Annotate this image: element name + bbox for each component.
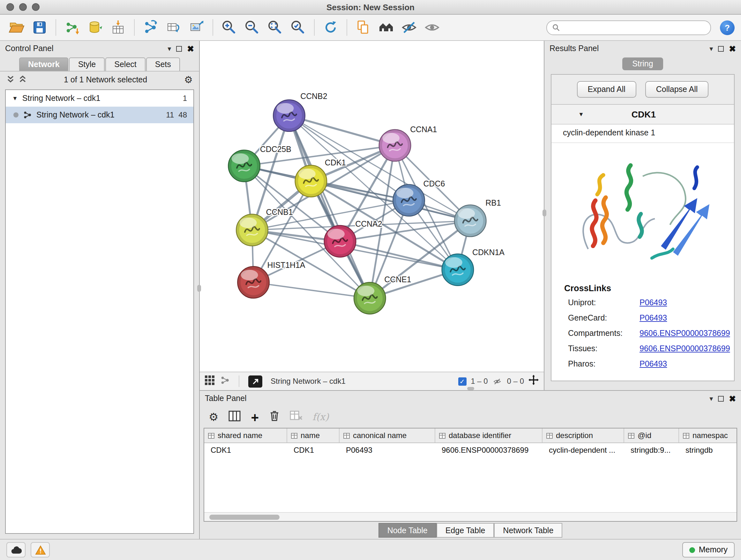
zoom-in-button[interactable] — [219, 17, 239, 38]
crosslink-row: Tissues: 9606.ENSP00000378699 — [568, 344, 734, 353]
add-column-button[interactable]: + — [251, 410, 259, 424]
network-canvas[interactable]: CCNB2CCNA1CDC25BCDK1CDC6RB1CCNB1CCNA2CDK… — [200, 41, 544, 372]
tab-node-table[interactable]: Node Table — [379, 523, 436, 538]
memory-button[interactable]: Memory — [682, 542, 735, 557]
import-network-from-database-button[interactable] — [85, 17, 105, 38]
zoom-out-button[interactable] — [242, 17, 262, 38]
fit-content-button[interactable] — [529, 375, 539, 388]
gear-icon: ⚙ — [184, 74, 193, 85]
tab-select[interactable]: Select — [105, 57, 145, 71]
network-node-rb1[interactable] — [455, 205, 486, 237]
column-header-database-identifier[interactable]: database identifier — [435, 428, 542, 442]
home-button[interactable] — [376, 17, 396, 38]
network-node-ccnb1[interactable] — [236, 214, 268, 246]
column-header-shared-name[interactable]: shared name — [204, 428, 287, 442]
splitter-handle[interactable] — [467, 387, 474, 390]
network-edges[interactable] — [244, 116, 470, 298]
search-input[interactable] — [563, 22, 705, 33]
export-table-button[interactable] — [163, 17, 184, 38]
cloud-status-button[interactable] — [6, 542, 25, 557]
gene-section-header[interactable]: ▼ CDK1 — [551, 105, 734, 125]
crosslink-link-pharos[interactable]: P06493 — [639, 360, 670, 368]
memory-label: Memory — [699, 545, 728, 554]
birdseye-toggle-button[interactable] — [248, 375, 262, 387]
search-field[interactable] — [546, 20, 711, 35]
network-node-cdkn1a[interactable] — [442, 254, 474, 286]
expand-collapse-row: Expand All Collapse All — [551, 75, 734, 105]
crosslink-link-uniprot[interactable]: P06493 — [639, 298, 670, 307]
column-header-description[interactable]: description — [542, 428, 624, 442]
column-header-canonical-name[interactable]: canonical name — [340, 428, 435, 442]
selected-count: 1 – 0 — [471, 377, 488, 386]
show-all-button[interactable] — [422, 17, 442, 38]
table-options-button[interactable]: ⚙ — [209, 410, 219, 424]
close-panel-button[interactable]: ✖ — [729, 44, 736, 53]
export-network-button[interactable] — [140, 17, 161, 38]
tab-sets[interactable]: Sets — [146, 57, 180, 71]
show-columns-button[interactable] — [229, 410, 241, 424]
close-panel-button[interactable]: ✖ — [187, 44, 194, 53]
splitter-handle[interactable] — [542, 209, 546, 216]
network-node-cdk1[interactable] — [295, 165, 327, 197]
network-node-ccna1[interactable] — [379, 130, 411, 161]
network-overview-button[interactable] — [220, 375, 230, 387]
network-node-ccnb2[interactable] — [273, 100, 305, 131]
apply-preferred-layout-button[interactable] — [320, 17, 341, 38]
eye-icon — [424, 19, 441, 36]
help-button[interactable]: ? — [720, 20, 735, 35]
expand-all-networks-button[interactable] — [18, 74, 27, 85]
panel-menu-button[interactable]: ▾ — [710, 395, 713, 402]
node-label-ccnb2: CCNB2 — [300, 91, 327, 101]
network-node-ccna2[interactable] — [324, 226, 356, 257]
hide-selected-button[interactable] — [399, 17, 419, 38]
scrollbar-thumb[interactable] — [209, 514, 280, 519]
panel-menu-button[interactable]: ▾ — [167, 45, 171, 52]
import-network-from-file-button[interactable] — [62, 17, 82, 38]
results-panel: Results Panel ▾ ✖ String Expand All Coll… — [544, 41, 741, 390]
export-image-button[interactable] — [186, 17, 207, 38]
trash-icon — [269, 410, 279, 422]
column-header-namespace[interactable]: namespac — [679, 428, 737, 442]
delete-column-button[interactable] — [269, 410, 279, 424]
view-grid-button[interactable] — [205, 375, 214, 387]
network-node-hist1h1a[interactable] — [238, 266, 269, 298]
crosslink-link-compartments[interactable]: 9606.ENSP00000378699 — [639, 329, 733, 338]
horizontal-scrollbar[interactable] — [204, 512, 737, 521]
tab-string[interactable]: String — [622, 57, 663, 70]
panel-menu-button[interactable]: ▾ — [710, 45, 713, 52]
float-panel-button[interactable] — [176, 46, 182, 51]
database-icon — [87, 19, 104, 36]
network-collection-row[interactable]: ▼ String Network – cdk1 1 — [6, 90, 193, 107]
collapse-all-networks-button[interactable] — [6, 74, 15, 85]
collapse-all-button[interactable]: Collapse All — [645, 81, 709, 98]
network-node-cdc6[interactable] — [393, 185, 424, 216]
splitter-handle[interactable] — [197, 285, 201, 292]
network-edge[interactable] — [253, 282, 370, 298]
column-header-name[interactable]: name — [287, 428, 340, 442]
network-edge[interactable] — [289, 116, 370, 298]
network-row-selected[interactable]: String Network – cdk1 11 48 — [6, 107, 193, 123]
import-table-button[interactable] — [108, 17, 128, 38]
close-panel-button[interactable]: ✖ — [729, 394, 736, 402]
crosslink-link-tissues[interactable]: 9606.ENSP00000378699 — [639, 344, 733, 353]
network-node-ccne1[interactable] — [354, 282, 386, 314]
chevron-down-icon: ▾ — [710, 45, 713, 52]
float-panel-button[interactable] — [718, 395, 724, 401]
documents-button[interactable] — [353, 17, 374, 38]
column-header-id[interactable]: @id — [624, 428, 679, 442]
tab-network-table[interactable]: Network Table — [494, 523, 562, 538]
network-node-cdc25b[interactable] — [228, 150, 260, 182]
open-session-button[interactable] — [6, 17, 27, 38]
crosslink-link-genecard[interactable]: P06493 — [639, 314, 670, 322]
float-panel-button[interactable] — [718, 46, 724, 51]
table-row[interactable]: CDK1 CDK1 P06493 9606.ENSP00000378699 cy… — [204, 443, 737, 456]
warnings-button[interactable] — [30, 542, 50, 557]
zoom-fit-button[interactable] — [265, 17, 285, 38]
expand-all-button[interactable]: Expand All — [577, 81, 636, 98]
save-session-button[interactable] — [29, 17, 50, 38]
tab-network[interactable]: Network — [19, 57, 69, 71]
tab-style[interactable]: Style — [69, 57, 105, 71]
zoom-selected-button[interactable] — [288, 17, 308, 38]
network-options-button[interactable]: ⚙ — [184, 74, 193, 85]
tab-edge-table[interactable]: Edge Table — [436, 523, 494, 538]
